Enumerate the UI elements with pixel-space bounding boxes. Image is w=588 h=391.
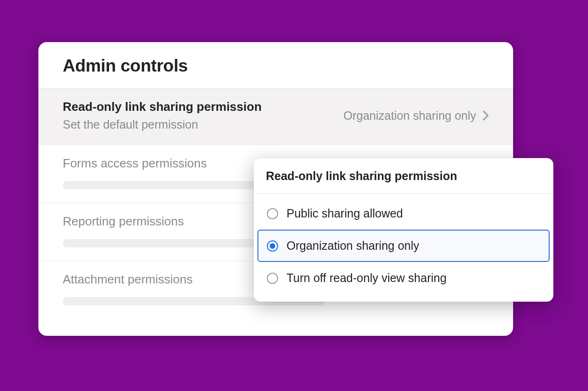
setting-row-right: Organization sharing only xyxy=(344,109,489,123)
option-public-sharing[interactable]: Public sharing allowed xyxy=(257,197,550,230)
popover-title: Read-only link sharing permission xyxy=(254,158,553,194)
panel-header: Admin controls xyxy=(38,42,513,88)
option-label: Public sharing allowed xyxy=(287,207,403,220)
popover-options: Public sharing allowed Organization shar… xyxy=(254,194,553,302)
setting-subtitle: Set the default permission xyxy=(63,118,262,131)
panel-title: Admin controls xyxy=(63,56,489,76)
setting-title: Read-only link sharing permission xyxy=(63,100,262,114)
setting-current-value: Organization sharing only xyxy=(344,109,477,123)
chevron-right-icon xyxy=(483,110,489,121)
radio-icon xyxy=(267,273,278,284)
setting-row-left: Read-only link sharing permission Set th… xyxy=(63,100,262,131)
radio-icon xyxy=(267,208,278,219)
permission-popover: Read-only link sharing permission Public… xyxy=(254,158,553,302)
option-organization-only[interactable]: Organization sharing only xyxy=(257,230,550,262)
setting-row-read-only-sharing[interactable]: Read-only link sharing permission Set th… xyxy=(38,88,513,145)
radio-icon xyxy=(267,240,278,252)
option-label: Organization sharing only xyxy=(287,239,419,253)
option-label: Turn off read-only view sharing xyxy=(287,271,447,285)
option-turn-off-sharing[interactable]: Turn off read-only view sharing xyxy=(257,262,550,294)
